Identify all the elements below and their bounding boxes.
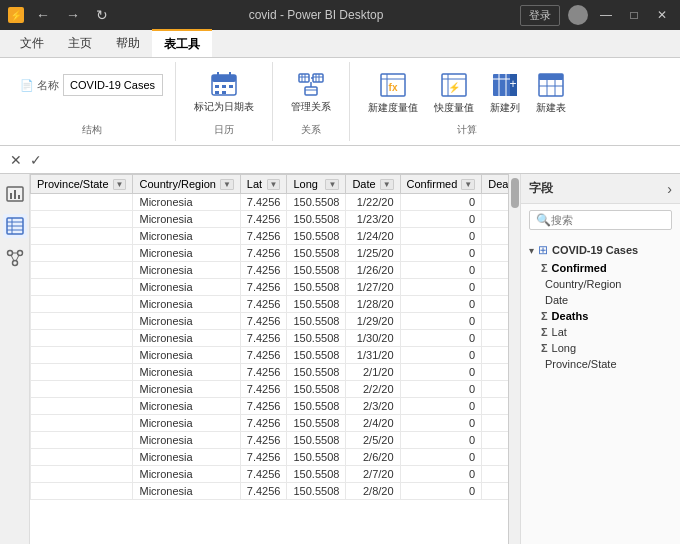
table-cell — [31, 228, 133, 245]
close-button[interactable]: ✕ — [652, 5, 672, 25]
table-cell: 7.4256 — [240, 483, 287, 500]
filter-country[interactable]: ▼ — [220, 179, 234, 190]
formula-cancel-button[interactable]: ✕ — [8, 150, 24, 170]
table-section-title: COVID-19 Cases — [552, 244, 638, 256]
table-cell: 0 — [400, 279, 482, 296]
table-cell — [31, 449, 133, 466]
field-item[interactable]: Country/Region — [521, 276, 680, 292]
filter-province[interactable]: ▼ — [113, 179, 127, 190]
new-measure-button[interactable]: fx 新建度量值 — [362, 67, 424, 119]
avatar — [568, 5, 588, 25]
table-cell — [31, 194, 133, 211]
relationships-label: 关系 — [301, 123, 321, 137]
quick-measure-label: 快度量值 — [434, 101, 474, 115]
svg-rect-1 — [212, 75, 236, 82]
table-cell: 150.5508 — [287, 211, 346, 228]
table-cell — [31, 466, 133, 483]
sidebar-model-icon[interactable] — [3, 246, 27, 270]
field-item[interactable]: Date — [521, 292, 680, 308]
table-cell — [31, 245, 133, 262]
refresh-button[interactable]: ↻ — [92, 5, 112, 25]
table-cell: 2/2/20 — [346, 381, 400, 398]
field-item[interactable]: Province/State — [521, 356, 680, 372]
table-row: Micronesia7.4256150.55082/2/2000 — [31, 381, 509, 398]
maximize-button[interactable]: □ — [624, 5, 644, 25]
svg-rect-13 — [313, 74, 323, 82]
tab-file[interactable]: 文件 — [8, 29, 56, 57]
calendar-label: 日历 — [214, 123, 234, 137]
table-section-header[interactable]: ▾ ⊞ COVID-19 Cases — [521, 240, 680, 260]
table-cell: 0 — [482, 483, 508, 500]
ribbon-section-calculations: fx 新建度量值 ⚡ 快度量值 — [350, 62, 584, 141]
data-table: Province/State ▼ Country/Region ▼ — [30, 174, 508, 500]
table-cell: 7.4256 — [240, 381, 287, 398]
login-button[interactable]: 登录 — [520, 5, 560, 26]
table-cell — [31, 211, 133, 228]
table-cell — [31, 347, 133, 364]
svg-rect-9 — [299, 74, 309, 82]
new-measure-label: 新建度量值 — [368, 101, 418, 115]
table-cell: 2/6/20 — [346, 449, 400, 466]
table-cell — [31, 415, 133, 432]
tab-home[interactable]: 主页 — [56, 29, 104, 57]
table-cell: Micronesia — [133, 381, 240, 398]
field-item[interactable]: ΣLat — [521, 324, 680, 340]
forward-button[interactable]: → — [62, 5, 84, 25]
data-table-container[interactable]: Province/State ▼ Country/Region ▼ — [30, 174, 508, 544]
table-cell: 7.4256 — [240, 245, 287, 262]
table-cell: 7.4256 — [240, 466, 287, 483]
main-area: Province/State ▼ Country/Region ▼ — [0, 174, 680, 544]
table-cell: 2/7/20 — [346, 466, 400, 483]
table-cell: 0 — [482, 466, 508, 483]
field-item[interactable]: ΣDeaths — [521, 308, 680, 324]
table-row: Micronesia7.4256150.55082/7/2000 — [31, 466, 509, 483]
fields-search-input[interactable] — [551, 214, 680, 226]
new-measure-icon: fx — [379, 71, 407, 99]
table-name-input[interactable] — [63, 74, 163, 96]
manage-relationships-button[interactable]: 管理关系 — [285, 66, 337, 118]
formula-confirm-button[interactable]: ✓ — [28, 150, 44, 170]
quick-measure-button[interactable]: ⚡ 快度量值 — [428, 67, 480, 119]
minimize-button[interactable]: — — [596, 5, 616, 25]
tab-help[interactable]: 帮助 — [104, 29, 152, 57]
svg-line-54 — [16, 255, 19, 261]
field-item[interactable]: ΣLong — [521, 340, 680, 356]
title-bar-nav: ← → ↻ — [32, 5, 112, 25]
table-cell: 0 — [400, 466, 482, 483]
table-row: Micronesia7.4256150.55082/8/2000 — [31, 483, 509, 500]
ribbon: 📄 名称 结构 标记为日期表 日历 — [0, 58, 680, 146]
structure-label: 结构 — [82, 123, 102, 137]
filter-date[interactable]: ▼ — [380, 179, 394, 190]
table-cell: 0 — [482, 364, 508, 381]
filter-long[interactable]: ▼ — [325, 179, 339, 190]
filter-confirmed[interactable]: ▼ — [461, 179, 475, 190]
table-cell — [31, 381, 133, 398]
fields-panel-toggle[interactable]: › — [667, 181, 672, 197]
new-table-button[interactable]: 新建表 — [530, 67, 572, 119]
sidebar-data-icon[interactable] — [3, 214, 27, 238]
table-cell — [31, 483, 133, 500]
svg-rect-41 — [10, 193, 12, 199]
fields-search-box[interactable]: 🔍 — [529, 210, 672, 230]
svg-rect-4 — [215, 85, 219, 88]
quick-measure-icon: ⚡ — [440, 71, 468, 99]
scroll-indicator[interactable] — [508, 174, 520, 544]
table-cell: Micronesia — [133, 347, 240, 364]
back-button[interactable]: ← — [32, 5, 54, 25]
field-item[interactable]: ΣConfirmed — [521, 260, 680, 276]
table-cell: 0 — [482, 228, 508, 245]
new-column-button[interactable]: + 新建列 — [484, 67, 526, 119]
table-cell: 0 — [482, 296, 508, 313]
table-cell: 0 — [400, 381, 482, 398]
svg-rect-18 — [305, 87, 317, 95]
tab-table-tools[interactable]: 表工具 — [152, 29, 212, 57]
table-cell: 0 — [400, 330, 482, 347]
table-cell: 0 — [400, 364, 482, 381]
mark-date-table-button[interactable]: 标记为日期表 — [188, 66, 260, 118]
sidebar-report-icon[interactable] — [3, 182, 27, 206]
name-field-container: 📄 名称 — [20, 66, 163, 96]
svg-rect-7 — [215, 91, 219, 94]
table-cell — [31, 279, 133, 296]
table-cell: 0 — [400, 398, 482, 415]
filter-lat[interactable]: ▼ — [267, 179, 281, 190]
